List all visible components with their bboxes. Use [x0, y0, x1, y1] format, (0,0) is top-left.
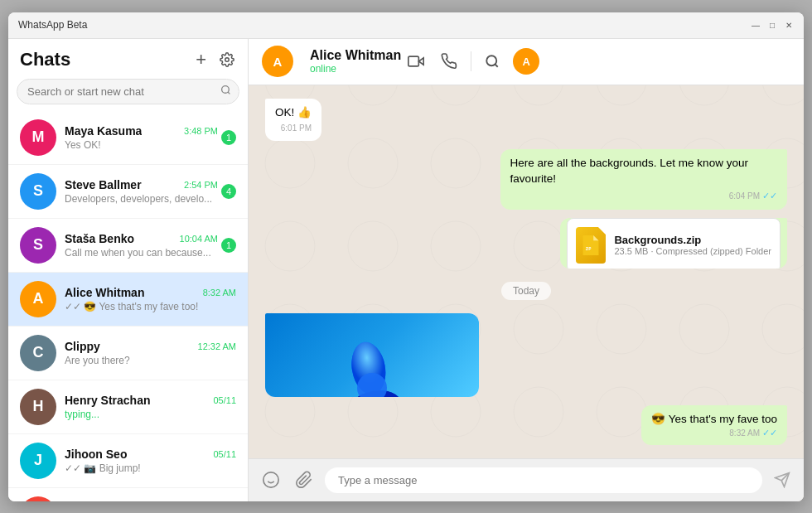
- video-call-button[interactable]: [401, 48, 431, 75]
- message-meta: 8:32 AM ✓✓: [651, 428, 777, 438]
- unread-badge: 1: [221, 238, 236, 253]
- chat-name: Alice Whitman: [65, 286, 144, 299]
- search-box: [17, 79, 239, 104]
- chat-avatar: J: [20, 443, 56, 479]
- chat-header-left: A Alice Whitman online: [262, 46, 401, 77]
- svg-point-13: [263, 472, 278, 487]
- chat-avatar: S: [20, 173, 56, 210]
- date-divider: Today: [501, 282, 551, 300]
- chat-avatar: A: [20, 281, 56, 317]
- app-window: WhatsApp Beta — □ ✕ Chats +: [8, 12, 804, 501]
- new-chat-button[interactable]: +: [194, 47, 208, 72]
- chat-list-item[interactable]: HHenry Strachan05/11typing...: [8, 380, 248, 434]
- chat-preview: Call me when you can because...: [65, 247, 218, 259]
- window-controls: — □ ✕: [751, 20, 794, 30]
- message-image: This is beautiful! 8:15 AM: [265, 313, 479, 397]
- contact-name: Alice Whitman: [310, 48, 401, 63]
- close-button[interactable]: ✕: [784, 20, 794, 30]
- chat-list-item[interactable]: CClippy12:32 AMAre you there?: [8, 327, 248, 380]
- svg-rect-4: [408, 56, 419, 66]
- chat-preview: typing...: [65, 409, 236, 420]
- chat-time: 10:04 AM: [180, 234, 218, 244]
- svg-line-6: [495, 64, 498, 66]
- message-outgoing-1: Here are all the backgrounds. Let me kno…: [500, 149, 788, 209]
- minimize-button[interactable]: —: [751, 20, 761, 30]
- chat-avatar: M: [20, 119, 56, 156]
- chat-info: Clippy12:32 AMAre you there?: [65, 340, 236, 366]
- message-text: 😎 Yes that's my fave too: [651, 413, 777, 425]
- maximize-button[interactable]: □: [767, 20, 777, 30]
- app-body: Chats +: [8, 39, 804, 501]
- contact-avatar: A: [262, 46, 293, 77]
- chat-list-item[interactable]: AAlice Whitman8:32 AM✓✓ 😎 Yes that's my …: [8, 273, 248, 327]
- file-name: Backgrounds.zip: [614, 234, 771, 246]
- chat-main: A Alice Whitman online: [249, 39, 804, 501]
- chat-name: Clippy: [65, 340, 100, 353]
- unread-badge: 1: [221, 130, 236, 145]
- file-info: Backgrounds.zip 23.5 MB · Compressed (zi…: [614, 234, 771, 256]
- chat-name: Steve Ballmer: [65, 178, 142, 191]
- sidebar-header-icons: +: [194, 47, 236, 72]
- chat-list-item[interactable]: BBig Bakes Club05/11Rebecca: Yum! Is it …: [8, 488, 248, 501]
- chat-list-item[interactable]: JJihoon Seo05/11✓✓ 📷 Big jump!: [8, 434, 248, 488]
- phone-call-button[interactable]: [434, 48, 464, 75]
- messages-area: OK! 👍 6:01 PM Here are all the backgroun…: [249, 85, 804, 458]
- message-file: ZIP Backgrounds.zip 23.5 MB · Compressed…: [560, 218, 787, 269]
- svg-text:ZIP: ZIP: [586, 246, 592, 250]
- chat-list-item[interactable]: SSteve Ballmer2:54 PMDevelopers, develop…: [8, 165, 248, 219]
- chat-avatar: H: [20, 389, 56, 425]
- chat-info: Staša Benko10:04 AMCall me when you can …: [65, 232, 218, 259]
- sidebar-header: Chats +: [8, 39, 248, 79]
- message-outgoing-fave: 😎 Yes that's my fave too 8:32 AM ✓✓: [641, 405, 787, 445]
- chat-preview: ✓✓ 😎 Yes that's my fave too!: [65, 301, 236, 312]
- attach-button[interactable]: [292, 467, 317, 492]
- message-text: OK! 👍: [275, 106, 312, 119]
- file-attachment: ZIP Backgrounds.zip 23.5 MB · Compressed…: [567, 218, 781, 269]
- app-title: WhatsApp Beta: [18, 19, 751, 31]
- svg-marker-3: [419, 58, 424, 65]
- chat-avatar: B: [20, 496, 56, 501]
- contact-status: online: [310, 63, 401, 75]
- chat-preview: Are you there?: [65, 355, 236, 366]
- chat-header: A Alice Whitman online: [249, 39, 804, 85]
- chat-avatar: C: [20, 335, 56, 371]
- chat-preview: Developers, developers, develo...: [65, 193, 218, 205]
- chat-time: 3:48 PM: [184, 126, 218, 136]
- chat-header-actions: A: [401, 48, 548, 75]
- chat-list: MMaya Kasuma3:48 PMYes OK!1SSteve Ballme…: [8, 111, 248, 501]
- chat-time: 12:32 AM: [198, 341, 236, 351]
- chat-name: Staša Benko: [65, 232, 134, 245]
- sidebar-title: Chats: [20, 49, 70, 70]
- chat-name: Jihoon Seo: [65, 448, 127, 461]
- send-button[interactable]: [771, 468, 794, 491]
- search-chat-button[interactable]: [478, 49, 506, 74]
- chat-input-area: [249, 458, 804, 501]
- sidebar: Chats +: [8, 39, 249, 501]
- chat-time: 05/11: [213, 449, 236, 459]
- svg-point-5: [486, 56, 496, 65]
- chat-avatar: S: [20, 227, 56, 264]
- chat-name: Maya Kasuma: [65, 124, 142, 138]
- chat-time: 2:54 PM: [184, 180, 218, 190]
- chat-time: 05/11: [213, 395, 236, 405]
- unread-badge: 4: [221, 184, 236, 199]
- user-avatar: A: [513, 48, 539, 75]
- message-input[interactable]: [325, 467, 762, 493]
- chat-header-info: Alice Whitman online: [310, 48, 401, 75]
- emoji-button[interactable]: [259, 467, 283, 492]
- chat-list-item[interactable]: SStaša Benko10:04 AMCall me when you can…: [8, 219, 248, 273]
- message-incoming-1: OK! 👍 6:01 PM: [265, 99, 321, 142]
- search-input[interactable]: [17, 79, 239, 104]
- read-receipt-icon: ✓✓: [762, 428, 777, 438]
- message-meta: 6:04 PM ✓✓: [510, 190, 778, 202]
- settings-button[interactable]: [218, 51, 236, 69]
- svg-point-0: [225, 57, 230, 61]
- chat-preview: ✓✓ 📷 Big jump!: [65, 462, 236, 474]
- chat-info: Henry Strachan05/11typing...: [65, 394, 236, 420]
- chat-info: Alice Whitman8:32 AM✓✓ 😎 Yes that's my f…: [65, 286, 236, 312]
- message-meta: 6:01 PM: [275, 123, 312, 134]
- chat-list-item[interactable]: MMaya Kasuma3:48 PMYes OK!1: [8, 111, 248, 165]
- read-receipt-icon: ✓✓: [762, 190, 777, 202]
- image-preview: [265, 313, 479, 397]
- file-size: 23.5 MB · Compressed (zipped) Folder: [614, 246, 771, 256]
